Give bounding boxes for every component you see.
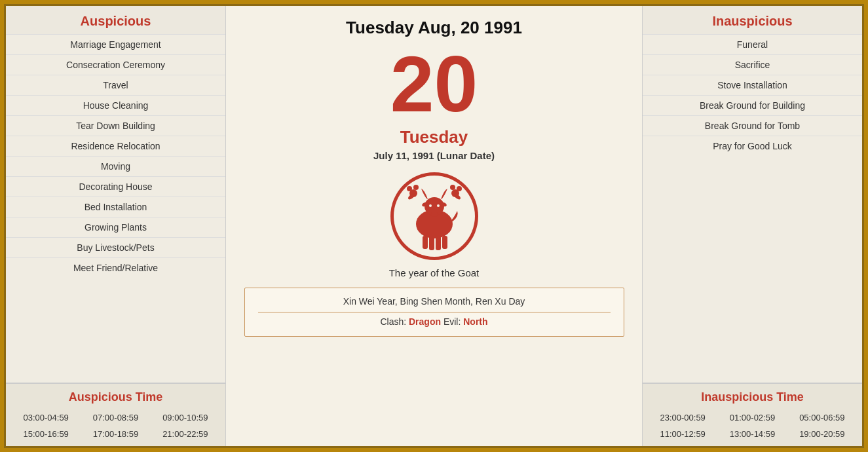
evil-prefix: Evil: <box>443 316 463 327</box>
list-item: Break Ground for Building <box>643 95 862 115</box>
zodiac-circle <box>388 170 480 262</box>
list-item: Funeral <box>643 34 862 54</box>
list-item: Moving <box>6 156 225 176</box>
auspicious-time-section: Auspicious Time 03:00-04:5907:00-08:5909… <box>6 383 225 446</box>
clash-animal: Dragon <box>409 316 441 327</box>
list-item: Buy Livestock/Pets <box>6 237 225 257</box>
main-date-title: Tuesday Aug, 20 1991 <box>346 18 522 38</box>
right-panel: Inauspicious FuneralSacrificeStove Insta… <box>642 6 862 446</box>
list-item: Meet Friend/Relative <box>6 257 225 278</box>
list-item: House Cleaning <box>6 95 225 115</box>
time-cell: 05:00-06:59 <box>787 411 857 424</box>
list-item: Break Ground for Tomb <box>643 115 862 136</box>
svg-point-15 <box>413 185 419 190</box>
list-item: Pray for Good Luck <box>643 136 862 156</box>
time-cell: 15:00-16:59 <box>11 427 81 441</box>
list-item: Bed Installation <box>6 197 225 217</box>
info-line1: Xin Wei Year, Bing Shen Month, Ren Xu Da… <box>258 296 611 307</box>
time-cell: 07:00-08:59 <box>81 411 150 424</box>
list-item: Residence Relocation <box>6 136 225 156</box>
svg-point-17 <box>457 186 462 191</box>
svg-point-7 <box>437 204 440 207</box>
inauspicious-time-title: Inauspicious Time <box>643 390 862 404</box>
time-cell: 03:00-04:59 <box>11 411 81 424</box>
svg-point-6 <box>429 204 432 207</box>
svg-rect-10 <box>429 236 434 250</box>
svg-rect-12 <box>442 236 447 249</box>
time-cell: 21:00-22:59 <box>151 427 220 441</box>
lunar-date: July 11, 1991 (Lunar Date) <box>373 150 495 161</box>
inauspicious-time-section: Inauspicious Time 23:00-00:5901:00-02:59… <box>643 383 862 446</box>
time-cell: 23:00-00:59 <box>648 411 717 424</box>
zodiac-label: The year of the Goat <box>389 267 480 278</box>
left-panel: Auspicious Marriage EngagementConsecrati… <box>6 6 226 446</box>
time-cell: 17:00-18:59 <box>81 427 150 441</box>
zodiac-svg <box>388 170 480 262</box>
auspicious-title: Auspicious <box>6 6 225 34</box>
evil-direction: North <box>463 316 487 327</box>
auspicious-section: Auspicious Marriage EngagementConsecrati… <box>6 6 225 383</box>
auspicious-list: Marriage EngagementConsecration Ceremony… <box>6 34 225 278</box>
day-number: 20 <box>390 45 478 123</box>
clash-info: Clash: Dragon Evil: North <box>258 316 611 327</box>
list-item: Decorating House <box>6 176 225 197</box>
list-item: Consecration Ceremony <box>6 54 225 75</box>
svg-point-8 <box>431 212 438 217</box>
auspicious-time-grid: 03:00-04:5907:00-08:5909:00-10:5915:00-1… <box>6 411 225 441</box>
time-cell: 11:00-12:59 <box>648 427 717 441</box>
time-cell: 13:00-14:59 <box>717 427 787 441</box>
info-box: Xin Wei Year, Bing Shen Month, Ren Xu Da… <box>244 288 624 337</box>
auspicious-time-title: Auspicious Time <box>6 390 225 404</box>
svg-point-14 <box>407 186 412 191</box>
inauspicious-list: FuneralSacrificeStove InstallationBreak … <box>643 34 862 156</box>
clash-prefix: Clash: <box>380 316 406 327</box>
svg-point-18 <box>450 185 455 190</box>
list-item: Stove Installation <box>643 75 862 95</box>
svg-rect-11 <box>436 236 441 250</box>
inauspicious-title: Inauspicious <box>643 6 862 34</box>
lunar-date-value: July 11, 1991 <box>373 150 434 161</box>
time-cell: 19:00-20:59 <box>787 427 857 441</box>
lunar-label: (Lunar Date) <box>437 150 495 161</box>
inauspicious-time-grid: 23:00-00:5901:00-02:5905:00-06:5911:00-1… <box>643 411 862 441</box>
center-panel: Tuesday Aug, 20 1991 20 Tuesday July 11,… <box>226 6 642 446</box>
list-item: Growing Plants <box>6 217 225 237</box>
svg-rect-9 <box>423 236 428 249</box>
list-item: Travel <box>6 75 225 95</box>
day-name: Tuesday <box>400 127 468 147</box>
list-item: Marriage Engagement <box>6 34 225 54</box>
info-divider <box>258 312 611 312</box>
time-cell: 09:00-10:59 <box>151 411 220 424</box>
main-container: Auspicious Marriage EngagementConsecrati… <box>4 4 864 448</box>
inauspicious-section: Inauspicious FuneralSacrificeStove Insta… <box>643 6 862 383</box>
list-item: Sacrifice <box>643 54 862 75</box>
list-item: Tear Down Building <box>6 115 225 136</box>
time-cell: 01:00-02:59 <box>717 411 787 424</box>
